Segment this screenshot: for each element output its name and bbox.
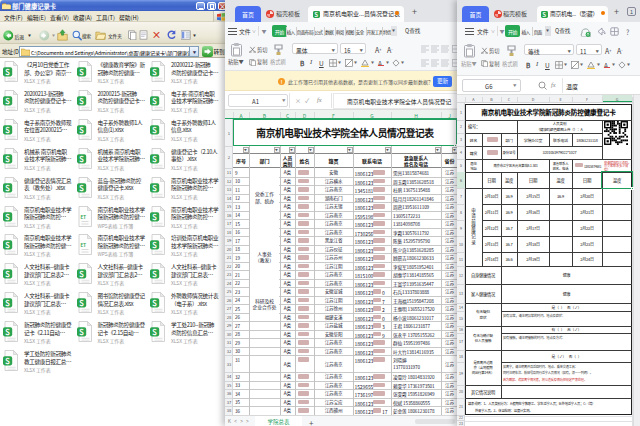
svg-text:S: S <box>152 210 157 221</box>
svg-text:S: S <box>79 268 84 279</box>
svg-text:S: S <box>5 297 10 308</box>
svg-text:S: S <box>79 152 84 163</box>
svg-text:S: S <box>5 123 10 134</box>
svg-text:S: S <box>79 326 84 337</box>
svg-text:S: S <box>152 152 157 163</box>
svg-text:ET: ET <box>80 242 86 248</box>
svg-text:S: S <box>5 94 10 105</box>
svg-text:S: S <box>5 152 10 163</box>
svg-text:S: S <box>79 181 84 192</box>
svg-text:S: S <box>5 239 10 250</box>
svg-text:S: S <box>152 123 157 134</box>
svg-text:S: S <box>5 326 10 337</box>
svg-text:S: S <box>152 94 157 105</box>
svg-text:S: S <box>5 355 10 366</box>
svg-text:S: S <box>152 297 157 308</box>
svg-text:S: S <box>152 66 157 77</box>
svg-text:S: S <box>5 210 10 221</box>
svg-text:S: S <box>5 181 10 192</box>
svg-text:S: S <box>5 66 10 77</box>
svg-text:S: S <box>152 239 157 250</box>
svg-text:S: S <box>152 181 157 192</box>
svg-text:S: S <box>152 326 157 337</box>
svg-text:S: S <box>152 268 157 279</box>
svg-text:ET: ET <box>80 213 86 219</box>
svg-text:S: S <box>79 94 84 105</box>
svg-text:S: S <box>79 66 84 77</box>
svg-text:S: S <box>79 297 84 308</box>
svg-text:S: S <box>5 268 10 279</box>
svg-text:S: S <box>79 123 84 134</box>
